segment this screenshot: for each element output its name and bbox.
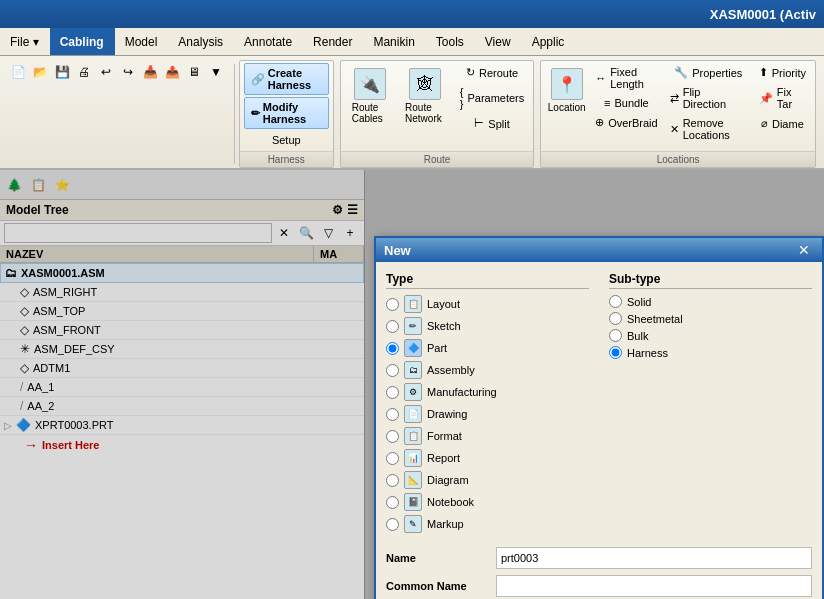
fix-tar-icon: 📌 — [759, 92, 773, 105]
name-label: Name — [386, 552, 496, 564]
type-assembly-radio[interactable] — [386, 364, 399, 377]
menu-manikin[interactable]: Manikin — [363, 28, 425, 55]
type-part-radio[interactable] — [386, 342, 399, 355]
type-layout[interactable]: 📋 Layout — [386, 295, 589, 313]
type-sketch[interactable]: ✏ Sketch — [386, 317, 589, 335]
dialog-overlay: New ✕ Type 📋 Layout ✏ — [0, 170, 824, 599]
import-icon[interactable]: 📥 — [140, 62, 160, 82]
redo-icon[interactable]: ↪ — [118, 62, 138, 82]
location-button[interactable]: 📍 Location — [545, 63, 588, 118]
undo-icon[interactable]: ↩ — [96, 62, 116, 82]
type-notebook[interactable]: 📓 Notebook — [386, 493, 589, 511]
reroute-icon: ↻ — [466, 66, 475, 79]
menu-tools[interactable]: Tools — [426, 28, 475, 55]
type-notebook-radio[interactable] — [386, 496, 399, 509]
menu-annotate[interactable]: Annotate — [234, 28, 303, 55]
type-sketch-radio[interactable] — [386, 320, 399, 333]
menu-file[interactable]: File ▾ — [0, 28, 50, 55]
subtype-solid[interactable]: Solid — [609, 295, 812, 308]
subtype-solid-radio[interactable] — [609, 295, 622, 308]
properties-icon: 🔧 — [674, 66, 688, 79]
type-diagram-radio[interactable] — [386, 474, 399, 487]
route-cables-button[interactable]: 🔌 Route Cables — [345, 63, 396, 129]
remove-locations-button[interactable]: ✕ Remove Locations — [665, 114, 752, 144]
menu-view[interactable]: View — [475, 28, 522, 55]
type-markup-radio[interactable] — [386, 518, 399, 531]
route-network-button[interactable]: 🕸 Route Network — [398, 63, 453, 129]
properties-button[interactable]: 🔧 Properties — [665, 63, 752, 82]
modify-harness-button[interactable]: ✏ Modify Harness — [244, 97, 329, 129]
dialog-body: Type 📋 Layout ✏ Sketch — [376, 262, 822, 599]
diame-button[interactable]: ⌀ Diame — [754, 114, 811, 133]
route-group: 🔌 Route Cables 🕸 Route Network ↻ Reroute… — [340, 60, 535, 168]
type-drawing[interactable]: 📄 Drawing — [386, 405, 589, 423]
type-drawing-radio[interactable] — [386, 408, 399, 421]
report-icon: 📊 — [404, 449, 422, 467]
new-icon[interactable]: 📄 — [8, 62, 28, 82]
bundle-button[interactable]: ≡ Bundle — [590, 94, 663, 112]
modify-harness-icon: ✏ — [251, 107, 260, 120]
new-dialog: New ✕ Type 📋 Layout ✏ — [374, 236, 824, 599]
save-icon[interactable]: 💾 — [52, 62, 72, 82]
fixed-length-button[interactable]: ↔ Fixed Length — [590, 63, 663, 93]
menu-analysis[interactable]: Analysis — [168, 28, 234, 55]
export-icon[interactable]: 📤 — [162, 62, 182, 82]
type-mfg-radio[interactable] — [386, 386, 399, 399]
type-markup[interactable]: ✎ Markup — [386, 515, 589, 533]
menu-applic[interactable]: Applic — [522, 28, 576, 55]
parameters-button[interactable]: { } Parameters — [455, 83, 530, 113]
menu-render[interactable]: Render — [303, 28, 363, 55]
subtype-sheetmetal-radio[interactable] — [609, 312, 622, 325]
location-icon: 📍 — [551, 68, 583, 100]
type-manufacturing[interactable]: ⚙ Manufacturing — [386, 383, 589, 401]
dropdown-icon[interactable]: ▼ — [206, 62, 226, 82]
menu-model[interactable]: Model — [115, 28, 169, 55]
notebook-icon: 📓 — [404, 493, 422, 511]
dialog-close-button[interactable]: ✕ — [794, 242, 814, 258]
fix-tar-button[interactable]: 📌 Fix Tar — [754, 83, 811, 113]
type-format[interactable]: 📋 Format — [386, 427, 589, 445]
flip-direction-button[interactable]: ⇄ Flip Direction — [665, 83, 752, 113]
title-text: XASM0001 (Activ — [710, 7, 816, 22]
name-input[interactable] — [496, 547, 812, 569]
priority-button[interactable]: ⬆ Priority — [754, 63, 811, 82]
type-report-radio[interactable] — [386, 452, 399, 465]
subtype-header: Sub-type — [609, 272, 812, 289]
dialog-columns: Type 📋 Layout ✏ Sketch — [386, 272, 812, 537]
remove-icon: ✕ — [670, 123, 679, 136]
menu-cabling[interactable]: Cabling — [50, 28, 115, 55]
flip-direction-icon: ⇄ — [670, 92, 679, 105]
subtype-harness[interactable]: Harness — [609, 346, 812, 359]
diagram-icon: 📐 — [404, 471, 422, 489]
split-button[interactable]: ⊢ Split — [455, 114, 530, 133]
overbraid-button[interactable]: ⊕ OverBraid — [590, 113, 663, 132]
parameters-icon: { } — [460, 86, 464, 110]
menubar: File ▾ Cabling Model Analysis Annotate R… — [0, 28, 824, 56]
type-report[interactable]: 📊 Report — [386, 449, 589, 467]
type-layout-radio[interactable] — [386, 298, 399, 311]
type-diagram[interactable]: 📐 Diagram — [386, 471, 589, 489]
type-assembly[interactable]: 🗂 Assembly — [386, 361, 589, 379]
create-harness-button[interactable]: 🔗 Create Harness — [244, 63, 329, 95]
common-name-field-row: Common Name — [386, 575, 812, 597]
open-icon[interactable]: 📂 — [30, 62, 50, 82]
setup-button[interactable]: Setup — [244, 131, 329, 149]
titlebar: XASM0001 (Activ — [0, 0, 824, 28]
type-part[interactable]: 🔷 Part — [386, 339, 589, 357]
common-name-input[interactable] — [496, 575, 812, 597]
subtype-harness-radio[interactable] — [609, 346, 622, 359]
display-icon[interactable]: 🖥 — [184, 62, 204, 82]
route-network-icon: 🕸 — [409, 68, 441, 100]
print-icon[interactable]: 🖨 — [74, 62, 94, 82]
create-harness-icon: 🔗 — [251, 73, 265, 86]
subtype-bulk[interactable]: Bulk — [609, 329, 812, 342]
subtype-sheetmetal[interactable]: Sheetmetal — [609, 312, 812, 325]
subtype-bulk-radio[interactable] — [609, 329, 622, 342]
split-icon: ⊢ — [474, 117, 484, 130]
type-format-radio[interactable] — [386, 430, 399, 443]
route-group-label: Route — [341, 151, 534, 167]
dialog-titlebar: New ✕ — [376, 238, 822, 262]
harness-group: 🔗 Create Harness ✏ Modify Harness Setup … — [239, 60, 334, 168]
markup-icon: ✎ — [404, 515, 422, 533]
reroute-button[interactable]: ↻ Reroute — [455, 63, 530, 82]
